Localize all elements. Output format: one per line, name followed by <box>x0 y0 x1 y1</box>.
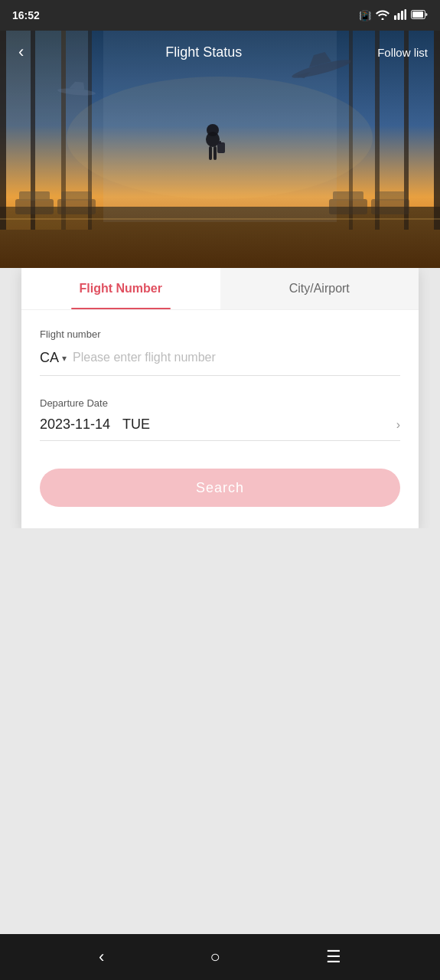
departure-date-label: Departure Date <box>40 397 400 409</box>
back-button[interactable]: ‹ <box>12 36 30 68</box>
flight-number-section: Flight number CA ▾ <box>21 310 419 382</box>
status-time: 16:52 <box>12 9 40 21</box>
svg-rect-34 <box>375 191 406 201</box>
hero-nav: ‹ Flight Status Follow list <box>0 31 440 74</box>
chevron-right-icon: › <box>396 418 400 432</box>
hero-section: ‹ Flight Status Follow list <box>0 31 440 268</box>
flight-number-row: CA ▾ <box>40 348 400 376</box>
status-bar: 16:52 📳 <box>0 0 440 31</box>
wifi-icon <box>376 9 389 22</box>
svg-rect-41 <box>0 218 440 220</box>
airline-code: CA <box>40 350 59 366</box>
departure-info: 2023-11-14 TUE <box>40 416 150 433</box>
departure-date-section: Departure Date 2023-11-14 TUE › <box>21 382 419 447</box>
sim-icon: 📳 <box>359 10 371 21</box>
svg-point-20 <box>67 77 373 199</box>
svg-rect-33 <box>371 199 409 214</box>
bottom-nav: ‹ ○ ☰ <box>0 934 440 980</box>
tab-flight-number[interactable]: Flight Number <box>21 268 220 309</box>
svg-point-36 <box>207 124 219 136</box>
signal-icon <box>394 9 406 22</box>
follow-list-button[interactable]: Follow list <box>377 46 428 59</box>
page-body <box>0 528 440 934</box>
svg-rect-37 <box>209 146 212 160</box>
bottom-home-button[interactable]: ○ <box>195 941 236 973</box>
svg-rect-29 <box>57 199 96 214</box>
svg-rect-27 <box>15 199 54 214</box>
departure-date-row[interactable]: 2023-11-14 TUE › <box>40 416 400 441</box>
main-card: Flight Number City/Airport Flight number… <box>21 268 419 528</box>
search-button[interactable]: Search <box>40 469 400 507</box>
svg-rect-2 <box>401 11 403 20</box>
flight-number-input[interactable] <box>73 348 400 368</box>
battery-icon <box>411 10 428 21</box>
tab-city-airport[interactable]: City/Airport <box>220 268 419 309</box>
svg-rect-31 <box>329 199 367 214</box>
svg-rect-30 <box>61 191 92 201</box>
svg-rect-32 <box>333 191 363 201</box>
chevron-down-icon: ▾ <box>62 353 67 364</box>
svg-rect-28 <box>19 191 50 201</box>
airline-selector[interactable]: CA ▾ <box>40 350 67 366</box>
svg-rect-0 <box>394 15 396 20</box>
flight-number-label: Flight number <box>40 328 400 340</box>
svg-rect-38 <box>213 146 217 160</box>
svg-rect-1 <box>398 13 400 20</box>
bottom-menu-button[interactable]: ☰ <box>311 941 357 973</box>
page-title: Flight Status <box>165 44 242 60</box>
search-section: Search <box>21 447 419 528</box>
tab-bar: Flight Number City/Airport <box>21 268 419 310</box>
departure-day-value: TUE <box>122 416 150 433</box>
svg-rect-39 <box>217 142 225 153</box>
svg-rect-40 <box>219 141 221 144</box>
svg-rect-3 <box>405 9 407 20</box>
departure-date-value: 2023-11-14 <box>40 416 110 433</box>
svg-rect-5 <box>412 11 423 18</box>
bottom-back-button[interactable]: ‹ <box>83 941 119 973</box>
status-icons: 📳 <box>359 9 428 22</box>
